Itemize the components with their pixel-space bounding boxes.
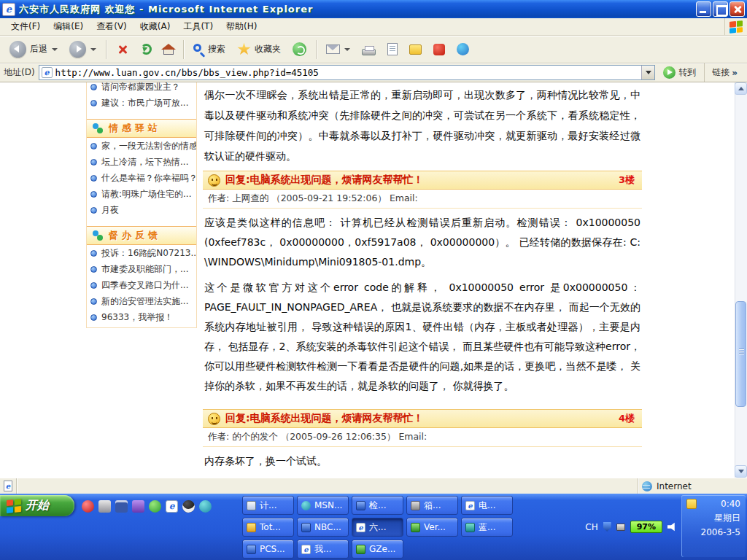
start-button[interactable]: 开始 (0, 495, 74, 516)
menu-view[interactable]: 查看(V) (90, 18, 133, 35)
sidebar-topic-link[interactable]: 什么是幸福？你幸福吗？ (87, 170, 196, 186)
qq-button[interactable] (428, 41, 450, 58)
sidebar-topic-link[interactable]: 坛上冷清，坛下热情... (87, 154, 196, 170)
mail-button[interactable] (321, 42, 355, 57)
task-button-luan-active[interactable]: e六... (352, 518, 403, 537)
bullet-icon (90, 175, 97, 182)
scroll-down-button[interactable] (735, 465, 747, 478)
internet-explorer-icon[interactable]: e (166, 500, 178, 513)
clock-tray[interactable]: 0:40 星期日 2006-3-5 (681, 495, 746, 557)
scrollbar-thumb[interactable] (735, 301, 746, 407)
task-button-pcs[interactable]: PCS... (242, 540, 294, 559)
mail-dropdown-icon[interactable] (344, 48, 350, 51)
vertical-scrollbar[interactable] (735, 82, 747, 478)
refresh-icon (141, 44, 152, 55)
task-label: Tot... (260, 522, 281, 532)
task-button-totalcmd[interactable]: Tot... (242, 518, 294, 537)
smiley-icon (208, 174, 220, 187)
sidebar-topic-link[interactable]: 新的治安管理法实施... (87, 293, 196, 309)
reply-paragraph: 应该是类似这样的信息吧： 计算机已经从检测错误后重新启动。检测错误： 0x100… (204, 213, 640, 272)
menu-tools[interactable]: 工具(T) (177, 18, 220, 35)
task-button-nbc[interactable]: NBC... (297, 518, 349, 537)
address-input-box: e (39, 65, 656, 80)
forward-button[interactable] (64, 38, 101, 61)
forward-icon (69, 41, 86, 58)
sidebar-topic-link[interactable]: 市建委及职能部门，... (87, 261, 196, 277)
topic-label: 投诉：16路皖N07213... (101, 247, 196, 260)
device-icon[interactable] (616, 524, 625, 531)
favorites-button[interactable]: 收藏夹 (232, 40, 286, 59)
media-player-icon[interactable] (82, 500, 94, 513)
links-toolbar[interactable]: 链接 (704, 63, 743, 82)
section-icon (93, 123, 104, 134)
discuss-icon (409, 44, 422, 55)
window-title: 六安市人民政府网 欢迎您 - Microsoft Internet Explor… (19, 3, 696, 16)
task-button-calculator[interactable]: 计... (242, 496, 294, 515)
app-icon (356, 501, 365, 510)
messenger-button[interactable] (452, 40, 474, 58)
address-input[interactable] (53, 67, 642, 78)
task-button-bluetooth[interactable]: 蓝... (461, 518, 513, 537)
sidebar-topic-link[interactable]: 请教:明珠广场住宅的... (87, 186, 196, 202)
address-dropdown-button[interactable] (641, 66, 654, 79)
task-button-computer[interactable]: e电... (461, 496, 513, 515)
sidebar-topic-link[interactable]: 投诉：16路皖N07213... (87, 245, 196, 261)
battery-indicator[interactable]: 97% (630, 521, 662, 533)
task-button-msn[interactable]: MSN... (297, 496, 349, 515)
sidebar-topic-link[interactable]: 四季春交叉路口为什... (87, 277, 196, 293)
sidebar-topic-link[interactable]: 月夜 (87, 202, 196, 218)
sidebar-section-feedback: 督办反馈 (87, 226, 196, 245)
maximize-button[interactable] (713, 1, 728, 17)
sidebar-topic-link[interactable]: 家，一段无法割舍的情感 (87, 138, 196, 154)
home-button[interactable] (158, 41, 179, 58)
task-label: GZe... (369, 544, 395, 554)
search-button[interactable]: 搜索 (188, 40, 231, 58)
windows-flag-icon (7, 498, 21, 513)
stop-button[interactable] (111, 40, 134, 59)
menu-help[interactable]: 帮助(H) (220, 18, 263, 35)
volume-icon[interactable] (667, 522, 677, 532)
shield-icon[interactable] (603, 522, 611, 532)
qq-penguin-icon[interactable] (182, 500, 195, 513)
back-dropdown-icon[interactable] (52, 48, 58, 51)
sidebar-topic-link[interactable]: 96333，我举报！ (87, 309, 196, 325)
notification-icon[interactable] (686, 499, 697, 509)
edit-button[interactable] (382, 40, 403, 58)
back-button[interactable]: 后退 (4, 38, 63, 61)
toolbar-separator (106, 40, 107, 59)
go-button[interactable]: 转到 (659, 65, 700, 80)
sidebar-topic-link[interactable]: 建议：市民广场可放... (87, 95, 196, 111)
phone-app-icon[interactable] (149, 500, 161, 513)
topic-label: 家，一段无法割舍的情感 (101, 140, 196, 152)
links-label: 链接 (712, 66, 729, 79)
utility-icon[interactable] (98, 500, 111, 513)
history-button[interactable] (287, 39, 311, 59)
menu-edit[interactable]: 编辑(E) (47, 18, 90, 35)
refresh-button[interactable] (136, 41, 157, 58)
save-tool-icon[interactable] (115, 500, 128, 513)
msn-icon[interactable] (199, 500, 212, 513)
home-icon (163, 49, 174, 55)
bullet-icon (90, 207, 97, 214)
ime-indicator[interactable]: CH (585, 522, 597, 532)
menu-file[interactable]: 文件(F) (4, 18, 47, 35)
bullet-icon (90, 159, 97, 166)
titlebar[interactable]: e 六安市人民政府网 欢迎您 - Microsoft Internet Expl… (0, 0, 747, 18)
minimize-button[interactable] (696, 1, 711, 17)
task-button-gze[interactable]: GZe... (352, 540, 403, 559)
print-button[interactable] (357, 41, 381, 58)
task-label: 计... (260, 499, 276, 512)
task-button-scan[interactable]: 检... (352, 496, 403, 515)
discuss-button[interactable] (404, 42, 427, 58)
scroll-up-button[interactable] (735, 82, 747, 95)
task-label: Ver... (424, 522, 446, 532)
close-button[interactable] (729, 1, 745, 17)
task-button-mailbox[interactable]: 箱... (406, 496, 458, 515)
menu-favorites[interactable]: 收藏(A) (133, 18, 177, 35)
sidebar-topic-link[interactable]: 请问帝都蒙园业主？ (87, 82, 196, 95)
forward-dropdown-icon[interactable] (90, 48, 96, 51)
task-button-ver[interactable]: Ver... (406, 518, 458, 537)
task-button-mine[interactable]: e我... (297, 540, 349, 559)
v-chat-icon[interactable] (132, 500, 144, 513)
status-doc-pane: e (0, 478, 16, 494)
